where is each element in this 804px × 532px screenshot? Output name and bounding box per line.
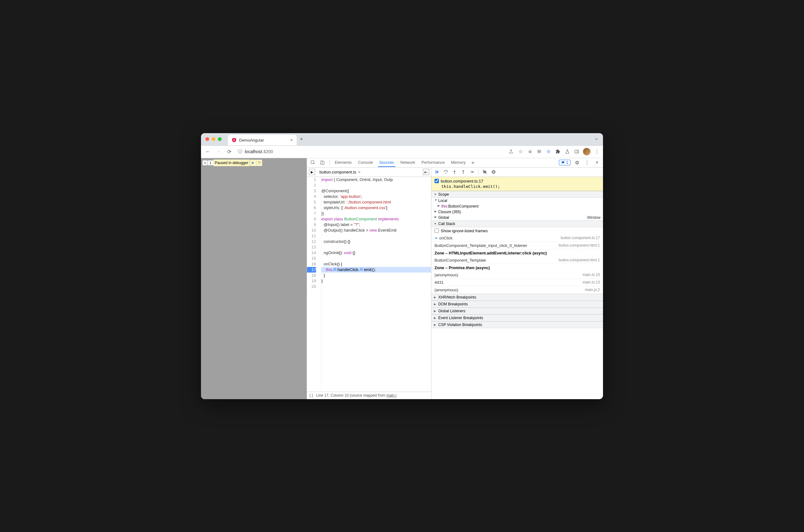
gutter-line[interactable]: 4: [307, 194, 316, 200]
omnibox[interactable]: ⓘ localhost:4200: [236, 149, 505, 154]
gutter-line[interactable]: 11: [307, 233, 316, 239]
gutter-line[interactable]: 12: [307, 239, 316, 244]
reload-button[interactable]: ⟳: [225, 148, 233, 155]
step-into-icon[interactable]: [451, 168, 458, 176]
labs-flask-icon[interactable]: [564, 149, 571, 155]
maximize-window[interactable]: [218, 137, 222, 141]
debugger-toggle-icon[interactable]: ▶|: [423, 169, 429, 175]
minimize-window[interactable]: [212, 137, 215, 141]
target-extension-icon[interactable]: [545, 149, 552, 155]
close-devtools-icon[interactable]: ×: [594, 159, 600, 166]
settings-gear-icon[interactable]: ⚙: [574, 159, 580, 166]
gutter-line[interactable]: 16: [307, 261, 316, 267]
callstack-header[interactable]: ▼Call Stack: [432, 220, 603, 227]
browser-tab[interactable]: DemoAngular ×: [228, 135, 296, 145]
code-line[interactable]: }: [321, 272, 431, 278]
code-line[interactable]: @Output() handleClick = new EventEmit: [321, 228, 431, 233]
gutter-line[interactable]: 10: [307, 228, 316, 233]
gutter-line[interactable]: 1: [307, 177, 316, 183]
scope-header[interactable]: ▼Scope: [432, 191, 603, 198]
code-line[interactable]: [321, 256, 431, 261]
tabs-dropdown-icon[interactable]: [594, 137, 599, 141]
gutter-line[interactable]: 5: [307, 200, 316, 205]
device-toggle-icon[interactable]: [319, 159, 326, 166]
close-tab-icon[interactable]: ×: [290, 137, 293, 142]
step-out-icon[interactable]: [460, 168, 467, 176]
more-tabs-icon[interactable]: »: [470, 159, 476, 166]
code-line[interactable]: ngOnInit(): void {}: [321, 250, 431, 256]
new-tab-button[interactable]: +: [300, 136, 303, 142]
code-line[interactable]: this.handleClick.emit();: [321, 267, 431, 272]
devtools-tab-elements[interactable]: Elements: [333, 158, 353, 167]
devtools-tab-network[interactable]: Network: [399, 158, 417, 167]
section-csp-violation-breakpoints[interactable]: ▶CSP Violation Breakpoints: [432, 321, 603, 328]
callstack-frame[interactable]: 4431main.ts:13: [432, 279, 603, 286]
gutter-line[interactable]: 13: [307, 244, 316, 250]
gutter-line[interactable]: 8: [307, 216, 316, 222]
resume-button[interactable]: [250, 160, 256, 166]
skull-extension-icon[interactable]: ☠: [527, 149, 533, 155]
step-over-button[interactable]: [256, 160, 262, 166]
code-line[interactable]: import { Component, OnInit, Input, Outp: [321, 177, 431, 183]
pause-exceptions-icon[interactable]: [490, 168, 497, 176]
chrome-menu-icon[interactable]: ⋮: [594, 149, 600, 155]
section-global-listeners[interactable]: ▶Global Listeners: [432, 308, 603, 315]
gutter-line[interactable]: 15: [307, 256, 316, 261]
gutter-line[interactable]: 14: [307, 250, 316, 256]
gutter-line[interactable]: 20: [307, 284, 316, 289]
code-line[interactable]: selector: 'app-button',: [321, 194, 431, 200]
source-map-link[interactable]: main.j: [386, 393, 396, 398]
code-line[interactable]: constructor() {}: [321, 239, 431, 244]
code-line[interactable]: }): [321, 211, 431, 216]
code-line[interactable]: [321, 244, 431, 250]
gutter-line[interactable]: 6: [307, 205, 316, 211]
gutter-line[interactable]: 18: [307, 272, 316, 278]
section-xhr-fetch-breakpoints[interactable]: ▶XHR/fetch Breakpoints: [432, 294, 603, 301]
gutter-line[interactable]: 7: [307, 211, 316, 216]
devtools-tab-sources[interactable]: Sources: [378, 158, 396, 167]
show-ignore-checkbox[interactable]: [435, 228, 439, 233]
deactivate-breakpoints-icon[interactable]: [481, 168, 489, 176]
callstack-frame[interactable]: (anonymous)main.ts:15: [432, 271, 603, 279]
step-icon[interactable]: [468, 168, 476, 176]
code-line[interactable]: @Input() label = "?";: [321, 222, 431, 228]
back-button[interactable]: ←: [204, 148, 212, 155]
resume-icon[interactable]: [433, 168, 441, 176]
step-over-icon[interactable]: [442, 168, 449, 176]
devtools-tab-console[interactable]: Console: [357, 158, 374, 167]
gutter-line[interactable]: 3: [307, 188, 316, 194]
code-line[interactable]: [321, 183, 431, 188]
devtools-tab-memory[interactable]: Memory: [450, 158, 467, 167]
code-editor[interactable]: 1234567891011121314151617181920 import {…: [307, 177, 431, 392]
inspect-element-icon[interactable]: [309, 159, 317, 166]
gutter-line[interactable]: 2: [307, 183, 316, 188]
profile-avatar[interactable]: [583, 148, 591, 155]
extensions-puzzle-icon[interactable]: [555, 149, 561, 155]
section-dom-breakpoints[interactable]: ▶DOM Breakpoints: [432, 301, 603, 308]
bookmark-star-icon[interactable]: ☆: [517, 149, 523, 155]
issues-badge[interactable]: 1: [559, 160, 571, 165]
gutter-line[interactable]: 9: [307, 222, 316, 228]
format-code-icon[interactable]: { }: [309, 393, 313, 398]
callstack-frame[interactable]: ButtonComponent_Templatebutton.component…: [432, 256, 603, 264]
expand-button[interactable]: +: [202, 160, 208, 166]
code-line[interactable]: }: [321, 278, 431, 284]
code-line[interactable]: [321, 284, 431, 289]
code-line[interactable]: [321, 233, 431, 239]
section-event-listener-breakpoints[interactable]: ▶Event Listener Breakpoints: [432, 315, 603, 321]
callstack-frame[interactable]: (anonymous)main.js:2: [432, 286, 603, 294]
gutter-line[interactable]: 17: [307, 267, 316, 272]
code-line[interactable]: styleUrls: ['./button.component.css']: [321, 205, 431, 211]
code-line[interactable]: templateUrl: './button.component.html: [321, 200, 431, 205]
callstack-frame[interactable]: ➔onClickbutton.component.ts:17: [432, 234, 603, 242]
show-ignore-row[interactable]: Show ignore-listed frames: [432, 227, 603, 234]
site-info-icon[interactable]: ⓘ: [238, 149, 242, 154]
code-line[interactable]: onClick() {: [321, 261, 431, 267]
gutter-line[interactable]: 19: [307, 278, 316, 284]
navigator-toggle-icon[interactable]: ▶: [309, 169, 315, 175]
devtools-menu-icon[interactable]: ⋮: [583, 159, 591, 166]
close-file-icon[interactable]: ×: [358, 170, 361, 174]
panel-icon[interactable]: [574, 149, 580, 155]
file-tab[interactable]: button.component.ts ×: [318, 170, 362, 174]
forward-button[interactable]: →: [215, 148, 222, 155]
